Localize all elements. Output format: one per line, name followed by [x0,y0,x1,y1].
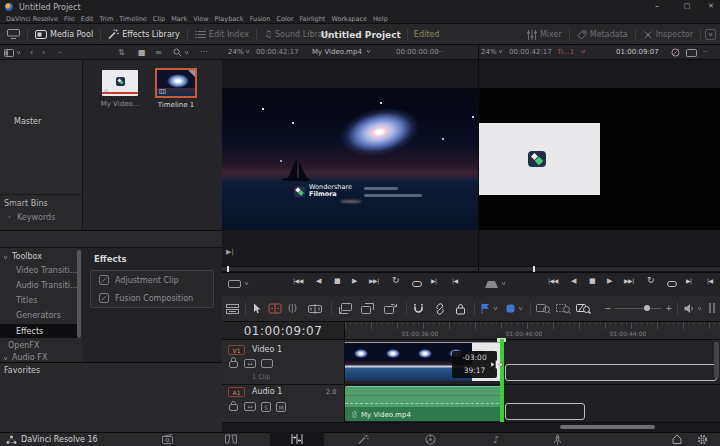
insert-clip-button[interactable] [338,302,352,315]
menu-davinci-resolve[interactable]: DaVinci Resolve [6,15,58,23]
src-step-back-button[interactable]: ◀ [316,277,321,285]
zoom-out-button[interactable]: − [604,303,612,313]
link-selection-button[interactable] [434,302,446,315]
src-loop-range-icon[interactable] [412,281,422,287]
source-clip-name[interactable]: My Video.mp4 [312,48,362,56]
flag-button[interactable] [481,302,490,315]
video-track-badge[interactable]: V1 [228,345,245,355]
src-goto-end-button[interactable]: ▶▶| [369,277,379,284]
forward-button[interactable]: › [42,45,45,60]
page-color[interactable] [403,432,457,446]
tree-item-effects[interactable]: Effects [16,327,43,336]
toolbar-collapse-button[interactable]: ∨ [705,29,716,40]
source-clip-chevron-icon[interactable]: ∨ [366,49,372,55]
menu-fusion[interactable]: Fusion [250,15,271,23]
timeline-mode-icon[interactable] [485,280,498,288]
tree-item-video-transitions[interactable]: Video Transiti... [16,266,77,275]
timeline-name[interactable]: Ti...1 [557,48,574,56]
timeline-name-chevron-icon[interactable]: ∨ [581,49,587,55]
timeline-timecode-box[interactable]: 01:00:09:07 [222,322,345,340]
timeline-mode-chevron-icon[interactable]: ∨ [501,281,507,287]
playhead-timecode[interactable]: 01:00:09:07 [244,324,323,338]
src-play-button[interactable]: ▶ [352,277,357,285]
marker-button[interactable] [506,302,515,315]
project-manager-button[interactable] [672,432,682,446]
replace-clip-button[interactable] [384,302,398,315]
source-mode-chevron-icon[interactable]: ∨ [244,281,250,287]
page-fairlight[interactable]: ♪ [469,432,523,446]
effects-tree-scrollbar[interactable] [77,250,81,338]
grid-view-button[interactable]: ▦ [138,45,146,60]
snapping-button[interactable] [413,302,424,315]
tl-loop-button[interactable]: ↻ [647,275,654,285]
zoom-in-button[interactable]: + [665,303,673,313]
source-zoom-chevron-icon[interactable]: ∨ [245,49,251,55]
dual-screen-button[interactable] [0,27,27,42]
inspector-button[interactable]: Inspector [636,27,700,42]
audio-track-lock-icon[interactable] [229,404,238,411]
tl-goto-end-button[interactable]: ▶▶| [624,277,634,284]
custom-zoom-button[interactable] [576,302,591,315]
video-track-lock-icon[interactable] [229,361,238,368]
minimize-button[interactable]: – [646,0,668,14]
audio-mute-button[interactable]: M [276,402,286,412]
menu-playback[interactable]: Playback [215,15,244,23]
src-goto-start-button[interactable]: |◀◀ [293,277,303,284]
bin-master[interactable]: Master [14,117,41,126]
menu-fairlight[interactable]: Fairlight [299,15,325,23]
sort-button[interactable]: ⇅ [118,45,125,60]
razor-edit-button[interactable] [308,302,322,315]
timeline-view-options-button[interactable] [226,302,239,315]
mixer-button[interactable]: Mixer [520,27,569,42]
page-cut[interactable] [204,432,258,446]
src-loop-button[interactable]: ↻ [392,275,399,285]
timeline-zoom-level[interactable]: 24% [481,48,497,56]
video-auto-select-button[interactable]: ↔ [244,359,256,368]
menu-timeline[interactable]: Timeline [119,15,147,23]
page-media[interactable] [140,432,194,446]
media-pool-button[interactable]: Media Pool [28,27,100,42]
trim-edit-mode-button[interactable] [268,302,282,315]
tl-play-button[interactable]: ▶ [607,277,612,285]
tl-stop-button[interactable]: ■ [589,277,595,285]
project-settings-button[interactable] [697,432,708,446]
audio-auto-select-button[interactable]: ↔ [244,402,256,411]
video-track-name[interactable]: Video 1 [252,345,282,354]
page-fusion[interactable] [336,432,390,446]
bin-keywords[interactable]: Keywords [17,213,55,222]
audio-monitor-button[interactable] [684,302,695,315]
menu-clip[interactable]: Clip [153,15,165,23]
audio-track-badge[interactable]: A1 [228,387,245,397]
maximize-button[interactable]: ▢ [676,0,698,14]
position-lock-button[interactable] [455,302,466,315]
keywords-expander-icon[interactable]: › [8,213,11,221]
media-clip-timeline-1[interactable] [155,68,197,98]
audio-solo-button[interactable]: S [261,402,271,412]
audio-track-name[interactable]: Audio 1 [252,387,282,396]
tree-item-audio-transitions[interactable]: Audio Transiti... [16,281,78,290]
tree-item-titles[interactable]: Titles [16,296,37,305]
cinema-viewer-icon[interactable] [686,49,697,57]
page-edit[interactable] [270,432,324,446]
list-view-button[interactable]: ≡ [155,45,162,60]
audio-clip[interactable]: My Video.mp4 [345,386,504,421]
menu-workspace[interactable]: Workspace [331,15,367,23]
audio-monitor-chevron-icon[interactable]: ∨ [697,306,703,312]
menu-trim[interactable]: Trim [99,15,113,23]
timeline-vscrollbar[interactable] [714,342,719,378]
source-zoom-level[interactable]: 24% [228,48,244,56]
full-extent-zoom-button[interactable] [536,302,551,315]
effects-library-button[interactable]: Effects Library [101,27,187,42]
marker-chevron-icon[interactable]: ∨ [518,306,524,312]
source-viewer-frame[interactable]: Wondershare Filmora [222,88,478,230]
tl-goto-start-button[interactable]: |◀◀ [548,277,558,284]
media-search-button[interactable]: ∨ [173,45,189,60]
toolbox-expander-icon[interactable]: ∨ [3,255,9,261]
tl-step-back-button[interactable]: ◀ [571,277,576,285]
timeline-zoom-chevron-icon[interactable]: ∨ [498,49,504,55]
metadata-button[interactable]: Metadata [570,27,635,42]
bin-panel-toggle[interactable]: ∨ [4,45,21,60]
source-mode-icon[interactable] [228,280,241,288]
menu-help[interactable]: Help [373,15,388,23]
dynamic-trim-button[interactable]: (|) [288,302,297,315]
